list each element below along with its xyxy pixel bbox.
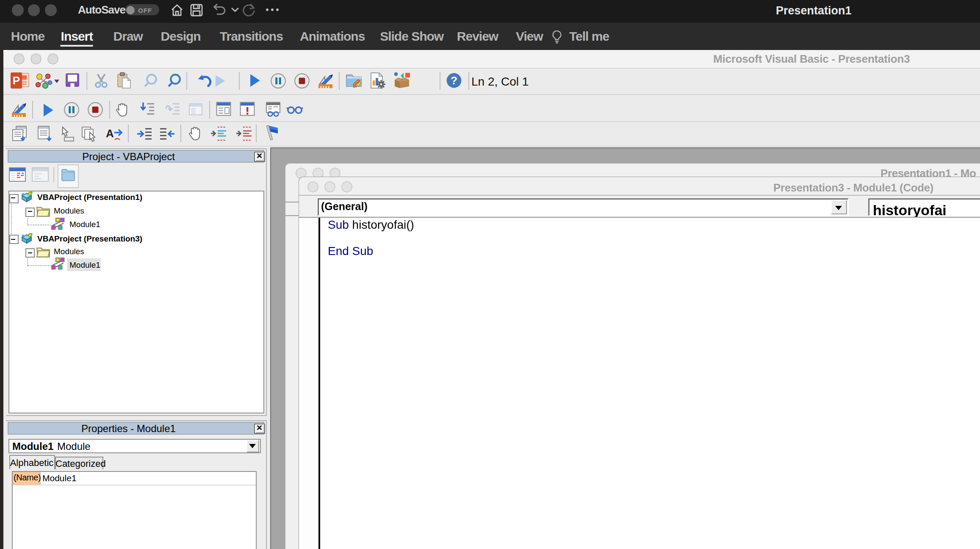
svg-text:A: A (106, 127, 114, 140)
svg-text:P: P (12, 74, 19, 87)
svg-text:?: ? (451, 74, 457, 87)
